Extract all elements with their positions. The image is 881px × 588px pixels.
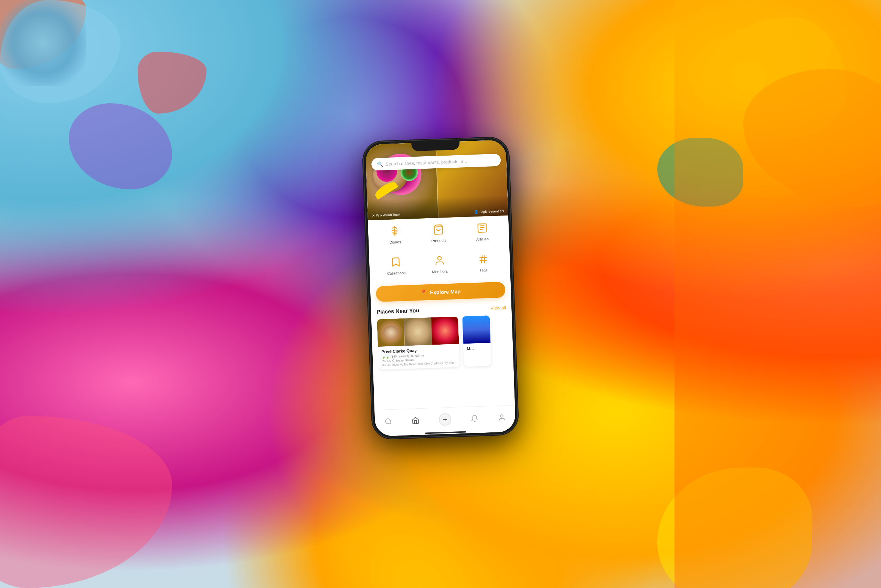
nav-search[interactable] <box>380 416 397 427</box>
places-section-header: Places Near You View all <box>376 304 506 315</box>
search-icon: 🔍 <box>377 161 383 167</box>
scene: 🔍 Search dishes, restaurants, products, … <box>0 0 881 588</box>
place-img-flag <box>462 315 491 344</box>
category-products[interactable]: Products <box>417 217 460 248</box>
articles-label: Articles <box>476 237 489 242</box>
explore-map-label: Explore Map <box>430 288 461 295</box>
place-img-food-2 <box>404 317 432 346</box>
phone-wrapper: 🔍 Search dishes, restaurants, products, … <box>363 138 518 439</box>
category-members[interactable]: Members <box>418 248 461 279</box>
collections-label: Collections <box>387 271 406 275</box>
place-card-1[interactable]: Privé Clarke Quay 🍃🍃 (140 reviews) $$ 93… <box>377 316 460 370</box>
products-icon <box>431 222 445 237</box>
food-circle <box>383 326 399 340</box>
bell-nav-icon <box>471 414 479 422</box>
place-rating: 🍃🍃 <box>382 355 389 359</box>
explore-map-button[interactable]: 📍 Explore Map <box>376 282 505 302</box>
category-dishes[interactable]: Dishes <box>373 219 417 250</box>
nav-notifications[interactable] <box>467 413 483 424</box>
dishes-label: Dishes <box>390 240 401 244</box>
app-container: 🔍 Search dishes, restaurants, products, … <box>365 140 515 436</box>
articles-icon <box>475 221 489 235</box>
place-info: Privé Clarke Quay 🍃🍃 (140 reviews) $$ 93… <box>378 344 460 370</box>
flag-visual <box>463 315 491 344</box>
place-img-food-3 <box>431 316 459 345</box>
places-scroll: Privé Clarke Quay 🍃🍃 (140 reviews) $$ 93… <box>377 315 508 372</box>
place-img-food-1 <box>377 318 405 347</box>
food-visual-3 <box>431 316 459 345</box>
dishes-icon <box>388 224 402 238</box>
place-card-2[interactable]: M... <box>462 315 491 367</box>
hero-left-label: ✕ Pink Aloah Bowl <box>372 213 400 218</box>
svg-rect-1 <box>478 224 486 232</box>
place-card-2-name: M... <box>467 346 487 351</box>
svg-point-2 <box>438 256 441 260</box>
category-articles[interactable]: Articles <box>460 216 504 246</box>
place-card-2-info: M... <box>463 343 491 355</box>
members-label: Members <box>432 269 448 274</box>
svg-line-0 <box>434 226 443 227</box>
main-content: Dishes <box>367 208 515 410</box>
place-distance: 934 m <box>415 354 424 358</box>
tags-icon <box>476 252 490 266</box>
svg-line-6 <box>484 255 485 263</box>
search-nav-icon <box>384 418 392 426</box>
tags-label: Tags <box>479 268 488 272</box>
category-collections[interactable]: Collections <box>375 250 418 280</box>
svg-line-5 <box>481 255 482 263</box>
phone-notch <box>411 140 460 152</box>
place-price: $$ <box>411 354 414 358</box>
products-label: Products <box>431 238 446 243</box>
place-card-2-images <box>462 315 491 344</box>
collections-icon <box>389 255 403 269</box>
place-reviews: (140 reviews) <box>391 354 409 358</box>
nav-home[interactable] <box>408 415 424 426</box>
nav-profile[interactable] <box>493 412 510 423</box>
svg-line-3 <box>479 258 487 258</box>
svg-line-4 <box>479 260 487 261</box>
places-title: Places Near You <box>376 308 419 315</box>
map-pin-icon: 📍 <box>421 289 427 296</box>
home-nav-icon <box>412 417 420 424</box>
category-tags[interactable]: Tags <box>461 246 505 278</box>
hero-right-label: 👤 ezgis-essentials <box>474 209 504 214</box>
person-nav-icon <box>497 414 505 422</box>
nav-add[interactable] <box>435 412 455 428</box>
add-btn[interactable] <box>439 413 451 426</box>
place-card-images <box>377 316 459 346</box>
search-placeholder: Search dishes, restaurants, products, a.… <box>385 158 467 166</box>
phone-screen: 🔍 Search dishes, restaurants, products, … <box>365 140 515 436</box>
hero-section: 🔍 Search dishes, restaurants, products, … <box>365 140 508 220</box>
svg-point-10 <box>500 414 503 417</box>
phone-frame: 🔍 Search dishes, restaurants, products, … <box>363 138 518 439</box>
members-icon <box>433 254 447 267</box>
categories-grid: Dishes <box>373 216 505 280</box>
food-visual-2 <box>404 317 432 346</box>
plus-icon <box>442 416 448 423</box>
view-all-link[interactable]: View all <box>490 305 506 311</box>
